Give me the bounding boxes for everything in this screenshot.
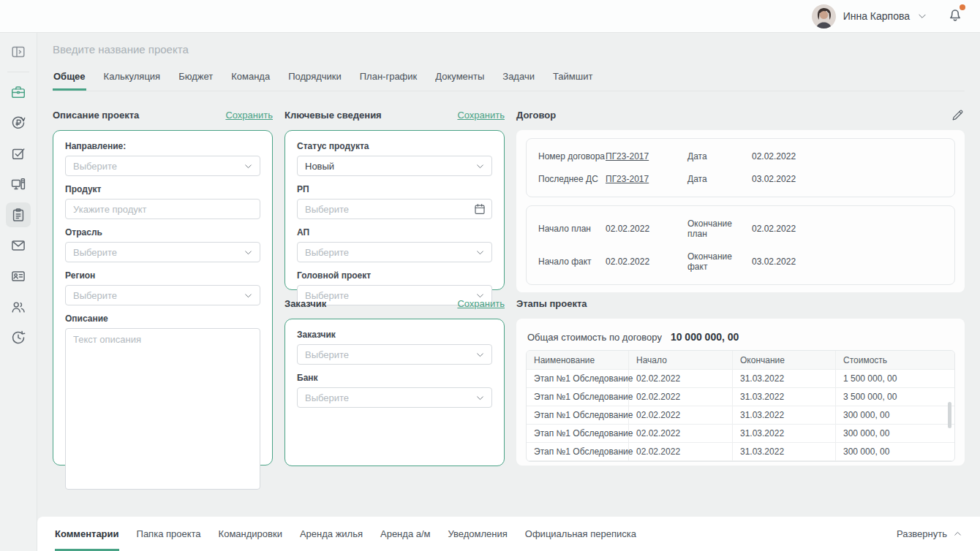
tab-komandirovki[interactable]: Командировки (219, 517, 282, 551)
sidebar-item-history[interactable] (6, 325, 31, 350)
key-info-panel-title: Ключевые сведения (284, 110, 382, 121)
sidebar (0, 33, 37, 551)
stages-table: Наименование Начало Окончание Стоимость … (526, 350, 955, 462)
sidebar-item-contacts[interactable] (6, 264, 31, 289)
bottom-tabs: Комментарии Папка проекта Командировки А… (55, 517, 897, 551)
table-row[interactable]: Этап №1 Обследование 02.02.2022 31.03.20… (527, 370, 954, 388)
sidebar-item-collapse[interactable] (6, 39, 31, 64)
tab-taymshit[interactable]: Таймшит (552, 66, 593, 91)
end-plan-date: 02.02.2022 (752, 224, 943, 234)
status-value: Новый (305, 161, 334, 172)
start-fact-date: 02.02.2022 (606, 256, 687, 267)
users-icon (10, 299, 26, 315)
chevron-down-icon (475, 350, 485, 360)
cell-end: 31.03.2022 (733, 406, 836, 425)
ap-select[interactable]: Выберите (297, 242, 492, 262)
id-card-icon (10, 268, 26, 284)
sidebar-item-workstation[interactable] (6, 172, 31, 197)
tab-ofitsialnaya-perepiska[interactable]: Официальная переписка (525, 517, 636, 551)
ap-placeholder: Выберите (305, 247, 349, 258)
table-scrollbar[interactable] (948, 402, 951, 428)
contract-panel-title: Договор (516, 110, 556, 121)
description-save-link[interactable]: Сохранить (225, 110, 273, 121)
avatar[interactable] (812, 4, 836, 28)
table-row[interactable]: Этап №1 Обследование 02.02.2022 31.03.20… (527, 443, 954, 461)
check-square-icon (10, 145, 26, 162)
direction-select[interactable]: Выберите (65, 156, 260, 176)
calendar-icon[interactable] (473, 202, 486, 216)
region-placeholder: Выберите (73, 290, 117, 301)
tab-kalkulyatsiya[interactable]: Калькуляция (103, 66, 162, 91)
addendum-link[interactable]: ПГ23-2017 (606, 174, 687, 184)
tab-byudzhet[interactable]: Бюджет (178, 66, 214, 91)
user-menu[interactable]: Инна Карпова (812, 4, 927, 28)
table-row[interactable]: Этап №1 Обследование 02.02.2022 31.03.20… (527, 388, 954, 406)
tab-komanda[interactable]: Команда (230, 66, 271, 91)
tab-plan-grafik[interactable]: План-график (359, 66, 418, 91)
tab-podryadchiki[interactable]: Подрядчики (287, 66, 342, 91)
notifications-button[interactable] (946, 6, 964, 26)
sidebar-item-team[interactable] (6, 294, 31, 319)
sidebar-item-mail[interactable] (6, 233, 31, 258)
cell-start: 02.02.2022 (629, 370, 733, 388)
industry-placeholder: Выберите (73, 247, 117, 258)
sidebar-divider (7, 72, 29, 72)
project-title-input[interactable] (53, 40, 521, 58)
cell-name: Этап №1 Обследование (527, 443, 629, 461)
tab-obshchee[interactable]: Общее (53, 66, 86, 91)
tab-kommentarii[interactable]: Комментарии (55, 517, 119, 551)
rp-date-input[interactable] (297, 199, 492, 219)
description-panel: Направление: Выберите Продукт Отрасль Вы… (53, 130, 273, 466)
bank-placeholder: Выберите (305, 392, 349, 403)
sidebar-item-projects[interactable] (6, 80, 31, 104)
chevron-down-icon (475, 162, 485, 171)
description-panel-title: Описание проекта (53, 110, 139, 121)
sidebar-item-project-card[interactable] (6, 202, 31, 227)
direction-placeholder: Выберите (73, 161, 117, 172)
ap-label: АП (297, 227, 492, 238)
stages-panel-title: Этапы проекта (516, 298, 587, 309)
cell-cost: 300 000, 00 (836, 443, 954, 461)
bank-select[interactable]: Выберите (297, 387, 492, 408)
sidebar-item-tasks[interactable] (6, 141, 31, 166)
tab-arenda-am[interactable]: Аренда а/м (380, 517, 431, 551)
table-row[interactable]: Этап №1 Обследование 02.02.2022 31.03.20… (527, 406, 954, 425)
avatar-image (812, 4, 836, 28)
contract-panel: Номер договора ПГ23-2017 Дата 02.02.2022… (516, 130, 965, 292)
collapse-sidebar-icon (10, 44, 26, 60)
chevron-up-icon (953, 529, 962, 539)
table-row[interactable]: Этап №1 Обследование 02.02.2022 31.03.20… (527, 425, 954, 443)
expand-button[interactable]: Развернуть (897, 528, 962, 539)
customer-save-link[interactable]: Сохранить (457, 298, 505, 309)
customer-placeholder: Выберите (305, 349, 349, 360)
tab-uvedomleniya[interactable]: Уведомления (448, 517, 508, 551)
product-input[interactable] (65, 199, 260, 219)
chevron-down-icon (244, 162, 253, 171)
cell-end: 31.03.2022 (733, 388, 836, 406)
tab-arenda-zhilya[interactable]: Аренда жилья (300, 517, 363, 551)
tab-dokumenty[interactable]: Документы (434, 66, 485, 91)
region-label: Регион (65, 270, 260, 281)
ruble-rotate-icon (10, 115, 26, 131)
key-info-save-link[interactable]: Сохранить (457, 110, 505, 121)
tab-zadachi[interactable]: Задачи (502, 66, 535, 91)
cell-name: Этап №1 Обследование (527, 370, 629, 388)
addendum-label: Последнее ДС (538, 174, 606, 184)
region-select[interactable]: Выберите (65, 285, 260, 305)
customer-select[interactable]: Выберите (297, 344, 492, 365)
contract-edit-button[interactable] (951, 108, 965, 122)
addendum-date-label: Дата (687, 174, 752, 184)
total-cost-label: Общая стоимость по договору (527, 332, 662, 343)
status-select[interactable]: Новый (297, 156, 492, 176)
product-label: Продукт (65, 184, 260, 194)
contract-number-label: Номер договора (538, 151, 606, 162)
industry-select[interactable]: Выберите (65, 242, 260, 262)
addendum-date: 03.02.2022 (752, 174, 943, 184)
tab-papka-proekta[interactable]: Папка проекта (137, 517, 201, 551)
contract-number-link[interactable]: ПГ23-2017 (606, 151, 687, 162)
col-header-cost: Стоимость (836, 351, 954, 370)
customer-label: Заказчик (297, 330, 492, 340)
cell-name: Этап №1 Обследование (527, 425, 629, 443)
sidebar-item-finance[interactable] (6, 110, 31, 135)
description-textarea[interactable] (65, 328, 260, 490)
